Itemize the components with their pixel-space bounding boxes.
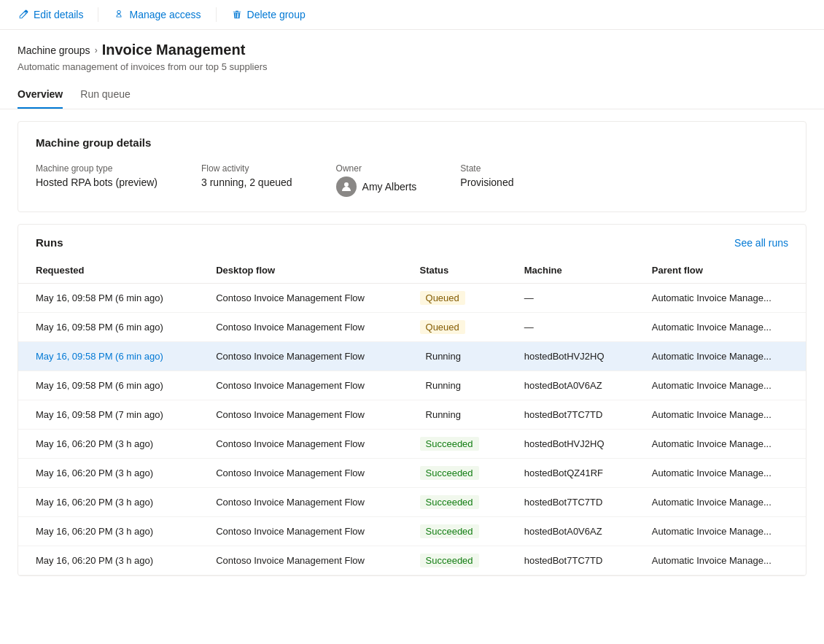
owner-value: Amy Alberts: [362, 181, 417, 193]
breadcrumb-parent[interactable]: Machine groups: [18, 44, 90, 56]
machine-cell: hostedBotQZ41RF: [507, 459, 634, 488]
machine-cell: hostedBot7TC7TD: [507, 546, 634, 575]
state-label: State: [460, 163, 513, 174]
toolbar-separator-1: [98, 7, 98, 22]
requested-cell: May 16, 06:20 PM (3 h ago): [18, 430, 198, 459]
avatar: [336, 176, 357, 197]
desktop-flow-cell: Contoso Invoice Management Flow: [198, 400, 402, 430]
owner-row: Amy Alberts: [336, 176, 417, 197]
parent-flow-cell: Automatic Invoice Manage...: [634, 459, 806, 488]
runs-table-body: May 16, 09:58 PM (6 min ago)Contoso Invo…: [18, 284, 806, 575]
col-machine: Machine: [507, 257, 634, 284]
status-badge: Succeeded: [420, 554, 479, 567]
machine-group-details-card: Machine group details Machine group type…: [18, 121, 806, 212]
status-cell: Succeeded: [403, 459, 507, 488]
card-title: Machine group details: [36, 136, 788, 149]
status-badge: Succeeded: [420, 495, 479, 509]
desktop-flow-cell: Contoso Invoice Management Flow: [198, 459, 402, 488]
main-content: Machine group details Machine group type…: [0, 109, 824, 588]
status-cell: Succeeded: [403, 546, 507, 575]
status-badge: Succeeded: [420, 437, 479, 451]
flow-activity-value: 3 running, 2 queued: [201, 176, 292, 188]
table-row: May 16, 09:58 PM (7 min ago)Contoso Invo…: [18, 400, 806, 430]
parent-flow-cell: Automatic Invoice Manage...: [634, 517, 806, 546]
breadcrumb-current: Invoice Management: [102, 42, 246, 58]
status-badge: Running: [420, 349, 467, 363]
col-status: Status: [403, 257, 507, 284]
owner-detail: Owner Amy Alberts: [336, 163, 417, 197]
requested-cell: May 16, 09:58 PM (6 min ago): [18, 284, 198, 313]
desktop-flow-cell: Contoso Invoice Management Flow: [198, 371, 402, 400]
requested-cell: May 16, 06:20 PM (3 h ago): [18, 459, 198, 488]
delete-group-button[interactable]: Delete group: [225, 6, 311, 23]
machine-cell: hostedBotHVJ2HQ: [507, 430, 634, 459]
status-cell: Succeeded: [403, 488, 507, 517]
machine-cell: —: [507, 284, 634, 313]
edit-details-label: Edit details: [34, 9, 83, 20]
requested-cell: May 16, 06:20 PM (3 h ago): [18, 517, 198, 546]
parent-flow-cell: Automatic Invoice Manage...: [634, 546, 806, 575]
machine-cell: —: [507, 313, 634, 342]
desktop-flow-cell: Contoso Invoice Management Flow: [198, 284, 402, 313]
col-parent-flow: Parent flow: [634, 257, 806, 284]
status-badge: Succeeded: [420, 524, 479, 538]
tab-overview[interactable]: Overview: [18, 81, 63, 109]
breadcrumb-separator: ›: [95, 45, 98, 55]
page-header: Machine groups › Invoice Management Auto…: [0, 30, 824, 72]
runs-header: Runs See all runs: [18, 225, 806, 257]
status-badge: Queued: [420, 320, 465, 334]
requested-link[interactable]: May 16, 09:58 PM (6 min ago): [36, 351, 163, 362]
requested-cell: May 16, 09:58 PM (6 min ago): [18, 371, 198, 400]
desktop-flow-cell: Contoso Invoice Management Flow: [198, 488, 402, 517]
details-row: Machine group type Hosted RPA bots (prev…: [36, 163, 788, 197]
table-row: May 16, 09:58 PM (6 min ago)Contoso Invo…: [18, 313, 806, 342]
table-row: May 16, 06:20 PM (3 h ago)Contoso Invoic…: [18, 430, 806, 459]
page-description: Automatic management of invoices from ou…: [18, 61, 806, 72]
machine-cell: hostedBotA0V6AZ: [507, 517, 634, 546]
desktop-flow-cell: Contoso Invoice Management Flow: [198, 313, 402, 342]
desktop-flow-cell: Contoso Invoice Management Flow: [198, 342, 402, 371]
status-cell: Succeeded: [403, 430, 507, 459]
parent-flow-cell: Automatic Invoice Manage...: [634, 342, 806, 371]
parent-flow-cell: Automatic Invoice Manage...: [634, 400, 806, 430]
edit-details-button[interactable]: Edit details: [12, 6, 89, 23]
col-desktop-flow: Desktop flow: [198, 257, 402, 284]
machine-cell: hostedBotHVJ2HQ: [507, 342, 634, 371]
see-all-runs-link[interactable]: See all runs: [734, 237, 788, 249]
tab-run-queue[interactable]: Run queue: [80, 81, 131, 109]
machine-cell: hostedBot7TC7TD: [507, 400, 634, 430]
table-row: May 16, 09:58 PM (6 min ago)Contoso Invo…: [18, 284, 806, 313]
status-badge: Queued: [420, 291, 465, 305]
svg-point-0: [344, 182, 349, 187]
desktop-flow-cell: Contoso Invoice Management Flow: [198, 517, 402, 546]
requested-cell: May 16, 06:20 PM (3 h ago): [18, 488, 198, 517]
parent-flow-cell: Automatic Invoice Manage...: [634, 430, 806, 459]
status-cell: Queued: [403, 284, 507, 313]
flow-activity-detail: Flow activity 3 running, 2 queued: [201, 163, 292, 197]
toolbar-separator-2: [216, 7, 217, 22]
manage-access-button[interactable]: Manage access: [107, 6, 206, 23]
parent-flow-cell: Automatic Invoice Manage...: [634, 371, 806, 400]
toolbar: Edit details Manage access Delete group: [0, 0, 824, 30]
delete-group-label: Delete group: [247, 9, 306, 20]
flow-activity-label: Flow activity: [201, 163, 292, 174]
status-badge: Succeeded: [420, 466, 479, 480]
machine-cell: hostedBot7TC7TD: [507, 488, 634, 517]
manage-access-label: Manage access: [129, 9, 201, 20]
tabs: Overview Run queue: [0, 81, 824, 109]
col-requested: Requested: [18, 257, 198, 284]
delete-icon: [231, 9, 243, 20]
manage-access-icon: [113, 9, 125, 20]
table-row: May 16, 09:58 PM (6 min ago)Contoso Invo…: [18, 342, 806, 371]
status-cell: Running: [403, 342, 507, 371]
status-cell: Queued: [403, 313, 507, 342]
parent-flow-cell: Automatic Invoice Manage...: [634, 284, 806, 313]
owner-label: Owner: [336, 163, 417, 174]
table-row: May 16, 06:20 PM (3 h ago)Contoso Invoic…: [18, 459, 806, 488]
requested-cell: May 16, 09:58 PM (7 min ago): [18, 400, 198, 430]
runs-card: Runs See all runs Requested Desktop flow…: [18, 224, 806, 576]
status-cell: Running: [403, 371, 507, 400]
runs-table: Requested Desktop flow Status Machine Pa…: [18, 257, 806, 575]
state-detail: State Provisioned: [460, 163, 513, 197]
type-label: Machine group type: [36, 163, 158, 174]
